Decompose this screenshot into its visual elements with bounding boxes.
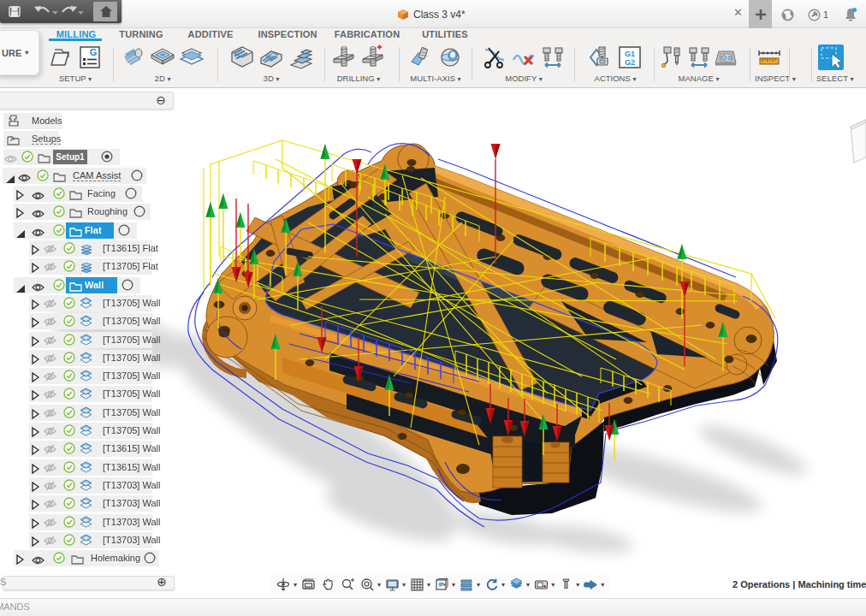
svg-text:G2: G2	[625, 58, 635, 67]
svg-text:G1: G1	[625, 49, 635, 57]
svg-text:G: G	[90, 47, 98, 57]
